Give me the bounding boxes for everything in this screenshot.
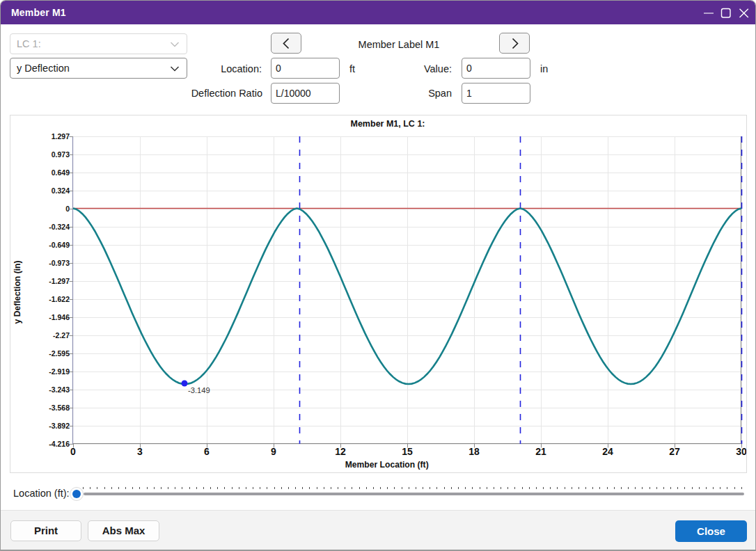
svg-text:24: 24 bbox=[602, 446, 613, 457]
svg-text:21: 21 bbox=[535, 446, 546, 457]
svg-text:12: 12 bbox=[335, 446, 346, 457]
svg-text:-0.324: -0.324 bbox=[49, 223, 70, 231]
svg-text:Member M1, LC 1:: Member M1, LC 1: bbox=[351, 119, 425, 129]
svg-text:27: 27 bbox=[669, 446, 680, 457]
svg-text:-3.243: -3.243 bbox=[49, 385, 70, 394]
svg-text:-2.27: -2.27 bbox=[53, 331, 70, 340]
svg-text:-3.149: -3.149 bbox=[188, 386, 210, 394]
svg-text:6: 6 bbox=[204, 446, 210, 457]
svg-text:18: 18 bbox=[468, 446, 480, 457]
svg-text:15: 15 bbox=[402, 446, 413, 457]
svg-text:0: 0 bbox=[70, 446, 76, 457]
svg-text:-1.622: -1.622 bbox=[49, 295, 70, 303]
svg-text:-3.568: -3.568 bbox=[49, 404, 70, 412]
svg-text:30: 30 bbox=[736, 446, 746, 457]
svg-text:-1.297: -1.297 bbox=[49, 277, 70, 285]
svg-text:0.649: 0.649 bbox=[52, 168, 70, 177]
svg-text:0.324: 0.324 bbox=[52, 186, 70, 195]
svg-text:0.973: 0.973 bbox=[52, 150, 70, 159]
svg-text:-4.216: -4.216 bbox=[49, 440, 70, 448]
svg-text:-2.595: -2.595 bbox=[49, 349, 70, 358]
svg-text:-1.946: -1.946 bbox=[49, 313, 70, 321]
svg-text:3: 3 bbox=[137, 446, 143, 457]
svg-text:-3.892: -3.892 bbox=[49, 422, 70, 430]
svg-text:-0.649: -0.649 bbox=[49, 241, 70, 249]
svg-text:Member Location (ft): Member Location (ft) bbox=[345, 459, 429, 470]
svg-text:y Deflection (in): y Deflection (in) bbox=[13, 261, 22, 324]
svg-text:-2.919: -2.919 bbox=[49, 367, 70, 376]
svg-text:9: 9 bbox=[271, 446, 276, 457]
svg-text:1.297: 1.297 bbox=[52, 132, 70, 141]
svg-text:-0.973: -0.973 bbox=[49, 259, 70, 267]
svg-text:0: 0 bbox=[65, 205, 70, 213]
